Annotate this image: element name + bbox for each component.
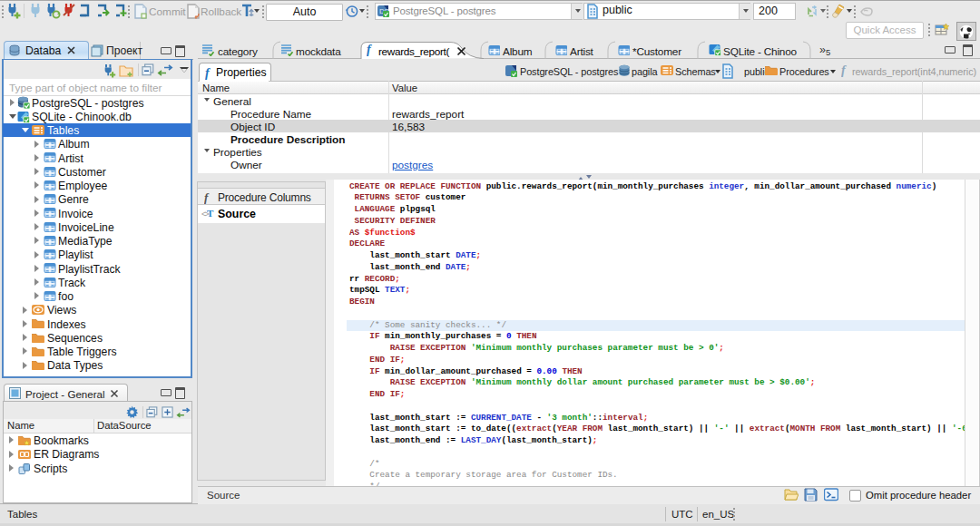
svg-text:f: f xyxy=(205,66,211,80)
svg-text:f: f xyxy=(841,63,847,77)
svg-text:f: f xyxy=(204,190,210,204)
svg-text:f: f xyxy=(367,43,372,56)
